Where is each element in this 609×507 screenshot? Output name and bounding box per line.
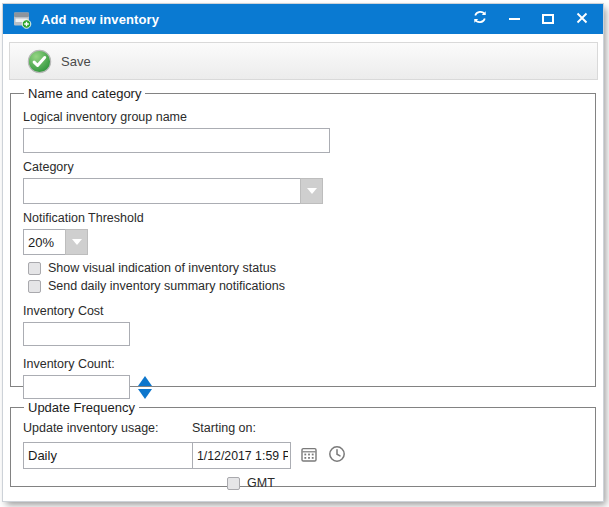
threshold-dropdown-button[interactable] <box>65 229 88 255</box>
starting-on-input[interactable] <box>192 442 291 469</box>
starting-on-label: Starting on: <box>192 421 583 435</box>
save-button[interactable]: Save <box>19 45 99 77</box>
update-frequency-legend: Update Frequency <box>24 400 139 415</box>
starting-column: Starting on: <box>192 417 583 490</box>
logical-name-input[interactable] <box>23 128 330 153</box>
spinner-up-icon[interactable] <box>138 376 152 386</box>
category-dropdown-button[interactable] <box>300 178 323 204</box>
time-picker-button[interactable] <box>327 446 347 466</box>
gmt-row: GMT <box>227 476 583 490</box>
minimize-button[interactable] <box>497 4 531 34</box>
calendar-picker-button[interactable] <box>299 446 319 466</box>
usage-label: Update inventory usage: <box>23 421 192 435</box>
usage-combobox <box>23 442 186 469</box>
category-combobox <box>23 178 323 204</box>
logical-name-label: Logical inventory group name <box>23 110 583 124</box>
visual-indication-label: Show visual indication of inventory stat… <box>48 261 276 275</box>
refresh-button[interactable] <box>463 4 497 34</box>
close-button[interactable] <box>565 4 599 34</box>
chevron-down-icon <box>72 239 82 245</box>
inventory-count-spinner <box>138 376 152 399</box>
save-button-label: Save <box>61 54 91 69</box>
dialog-window: Add new inventory <box>3 4 603 501</box>
close-icon <box>576 10 588 28</box>
gmt-label: GMT <box>247 476 275 490</box>
refresh-icon <box>472 9 488 29</box>
name-category-group: Name and category Logical inventory grou… <box>10 86 596 387</box>
name-category-legend: Name and category <box>24 86 145 101</box>
usage-input[interactable] <box>23 442 208 469</box>
gmt-checkbox[interactable] <box>227 477 240 490</box>
inventory-cost-label: Inventory Cost <box>23 304 583 318</box>
inventory-count-input[interactable] <box>23 375 130 399</box>
update-frequency-columns: Update inventory usage: Starting on: <box>23 417 583 490</box>
threshold-input[interactable] <box>23 229 65 255</box>
category-input[interactable] <box>23 178 300 204</box>
add-inventory-icon <box>12 9 32 29</box>
titlebar[interactable]: Add new inventory <box>3 4 603 34</box>
threshold-label: Notification Threshold <box>23 211 583 225</box>
spinner-down-icon[interactable] <box>138 389 152 399</box>
clock-icon <box>328 445 346 467</box>
check-circle-icon <box>27 49 52 74</box>
usage-column: Update inventory usage: <box>23 417 192 490</box>
window-title: Add new inventory <box>41 12 159 27</box>
inventory-count-row <box>23 375 583 399</box>
visual-indication-row: Show visual indication of inventory stat… <box>28 261 583 275</box>
daily-summary-checkbox[interactable] <box>28 280 41 293</box>
starting-on-row <box>192 442 583 469</box>
daily-summary-label: Send daily inventory summary notificatio… <box>48 279 285 293</box>
category-label: Category <box>23 160 583 174</box>
maximize-button[interactable] <box>531 4 565 34</box>
chevron-down-icon <box>307 188 317 194</box>
threshold-combobox <box>23 229 88 255</box>
minimize-icon <box>509 18 520 20</box>
daily-summary-row: Send daily inventory summary notificatio… <box>28 279 583 293</box>
inventory-cost-input[interactable] <box>23 322 130 346</box>
calendar-icon <box>300 445 318 467</box>
maximize-icon <box>542 14 554 24</box>
inventory-count-label: Inventory Count: <box>23 357 583 371</box>
toolbar: Save <box>9 42 598 80</box>
visual-indication-checkbox[interactable] <box>28 262 41 275</box>
window-controls <box>463 4 599 34</box>
update-frequency-group: Update Frequency Update inventory usage:… <box>10 400 596 487</box>
